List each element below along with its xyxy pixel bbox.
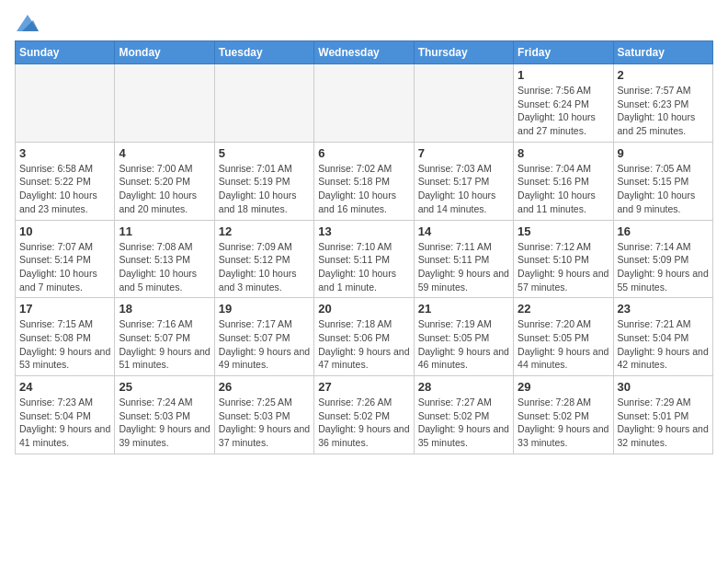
day-info: Sunrise: 7:27 AM Sunset: 5:02 PM Dayligh… xyxy=(418,396,509,450)
calendar-cell: 7Sunrise: 7:03 AM Sunset: 5:17 PM Daylig… xyxy=(414,142,513,220)
calendar-cell: 2Sunrise: 7:57 AM Sunset: 6:23 PM Daylig… xyxy=(613,64,712,143)
day-number: 29 xyxy=(518,380,609,394)
day-number: 24 xyxy=(19,380,110,394)
day-number: 2 xyxy=(618,68,709,82)
weekday-header: Thursday xyxy=(414,41,513,64)
day-number: 21 xyxy=(418,302,509,316)
logo xyxy=(15,15,39,31)
calendar-cell: 9Sunrise: 7:05 AM Sunset: 5:15 PM Daylig… xyxy=(613,142,712,220)
day-info: Sunrise: 7:17 AM Sunset: 5:07 PM Dayligh… xyxy=(219,317,310,372)
calendar-week-row: 3Sunrise: 6:58 AM Sunset: 5:22 PM Daylig… xyxy=(16,142,713,220)
day-info: Sunrise: 7:01 AM Sunset: 5:19 PM Dayligh… xyxy=(219,162,310,216)
calendar-cell xyxy=(414,64,513,143)
day-number: 15 xyxy=(518,224,609,238)
calendar-cell xyxy=(214,64,313,143)
day-number: 22 xyxy=(518,302,609,316)
calendar-cell xyxy=(16,64,115,143)
calendar-week-row: 17Sunrise: 7:15 AM Sunset: 5:08 PM Dayli… xyxy=(16,298,713,376)
day-number: 26 xyxy=(219,380,310,394)
calendar-week-row: 10Sunrise: 7:07 AM Sunset: 5:14 PM Dayli… xyxy=(16,220,713,298)
day-number: 23 xyxy=(618,302,709,316)
day-info: Sunrise: 7:11 AM Sunset: 5:11 PM Dayligh… xyxy=(418,240,509,294)
calendar-cell: 20Sunrise: 7:18 AM Sunset: 5:06 PM Dayli… xyxy=(314,298,414,376)
weekday-header: Sunday xyxy=(16,41,115,64)
day-info: Sunrise: 7:00 AM Sunset: 5:20 PM Dayligh… xyxy=(119,162,210,216)
day-info: Sunrise: 7:07 AM Sunset: 5:14 PM Dayligh… xyxy=(19,240,110,294)
day-info: Sunrise: 7:05 AM Sunset: 5:15 PM Dayligh… xyxy=(618,162,709,216)
day-info: Sunrise: 7:08 AM Sunset: 5:13 PM Dayligh… xyxy=(119,240,210,294)
weekday-header: Monday xyxy=(115,41,214,64)
day-info: Sunrise: 7:04 AM Sunset: 5:16 PM Dayligh… xyxy=(518,162,609,216)
day-number: 19 xyxy=(219,302,310,316)
day-info: Sunrise: 7:16 AM Sunset: 5:07 PM Dayligh… xyxy=(119,317,210,372)
day-info: Sunrise: 7:03 AM Sunset: 5:17 PM Dayligh… xyxy=(418,162,509,216)
calendar-cell: 8Sunrise: 7:04 AM Sunset: 5:16 PM Daylig… xyxy=(514,142,613,220)
calendar-cell: 26Sunrise: 7:25 AM Sunset: 5:03 PM Dayli… xyxy=(214,376,313,454)
calendar-cell: 6Sunrise: 7:02 AM Sunset: 5:18 PM Daylig… xyxy=(314,142,414,220)
weekday-header: Saturday xyxy=(613,41,712,64)
calendar-cell: 13Sunrise: 7:10 AM Sunset: 5:11 PM Dayli… xyxy=(314,220,414,298)
day-number: 17 xyxy=(19,302,110,316)
calendar-cell: 10Sunrise: 7:07 AM Sunset: 5:14 PM Dayli… xyxy=(16,220,115,298)
day-number: 27 xyxy=(318,380,409,394)
day-info: Sunrise: 7:09 AM Sunset: 5:12 PM Dayligh… xyxy=(219,240,310,294)
day-info: Sunrise: 7:18 AM Sunset: 5:06 PM Dayligh… xyxy=(318,317,409,372)
calendar-cell: 29Sunrise: 7:28 AM Sunset: 5:02 PM Dayli… xyxy=(514,376,613,454)
day-number: 7 xyxy=(418,146,509,160)
day-number: 25 xyxy=(119,380,210,394)
calendar-cell xyxy=(314,64,414,143)
day-number: 10 xyxy=(19,224,110,238)
calendar-cell: 30Sunrise: 7:29 AM Sunset: 5:01 PM Dayli… xyxy=(613,376,712,454)
calendar-cell xyxy=(115,64,214,143)
day-number: 5 xyxy=(219,146,310,160)
calendar-cell: 19Sunrise: 7:17 AM Sunset: 5:07 PM Dayli… xyxy=(214,298,313,376)
day-number: 14 xyxy=(418,224,509,238)
day-info: Sunrise: 7:10 AM Sunset: 5:11 PM Dayligh… xyxy=(318,240,409,294)
weekday-header: Tuesday xyxy=(214,41,313,64)
day-number: 16 xyxy=(618,224,709,238)
calendar-cell: 23Sunrise: 7:21 AM Sunset: 5:04 PM Dayli… xyxy=(613,298,712,376)
calendar-cell: 11Sunrise: 7:08 AM Sunset: 5:13 PM Dayli… xyxy=(115,220,214,298)
logo-icon xyxy=(17,15,39,31)
weekday-header: Friday xyxy=(514,41,613,64)
day-info: Sunrise: 7:15 AM Sunset: 5:08 PM Dayligh… xyxy=(19,317,110,372)
calendar-cell: 17Sunrise: 7:15 AM Sunset: 5:08 PM Dayli… xyxy=(16,298,115,376)
day-info: Sunrise: 7:24 AM Sunset: 5:03 PM Dayligh… xyxy=(119,396,210,450)
calendar-cell: 24Sunrise: 7:23 AM Sunset: 5:04 PM Dayli… xyxy=(16,376,115,454)
day-number: 4 xyxy=(119,146,210,160)
calendar-cell: 5Sunrise: 7:01 AM Sunset: 5:19 PM Daylig… xyxy=(214,142,313,220)
day-number: 20 xyxy=(318,302,409,316)
calendar-cell: 1Sunrise: 7:56 AM Sunset: 6:24 PM Daylig… xyxy=(514,64,613,143)
weekday-header: Wednesday xyxy=(314,41,414,64)
day-info: Sunrise: 7:29 AM Sunset: 5:01 PM Dayligh… xyxy=(618,396,709,450)
day-number: 11 xyxy=(119,224,210,238)
day-info: Sunrise: 6:58 AM Sunset: 5:22 PM Dayligh… xyxy=(19,162,110,216)
calendar-cell: 21Sunrise: 7:19 AM Sunset: 5:05 PM Dayli… xyxy=(414,298,513,376)
day-number: 30 xyxy=(618,380,709,394)
day-number: 8 xyxy=(518,146,609,160)
day-info: Sunrise: 7:14 AM Sunset: 5:09 PM Dayligh… xyxy=(618,240,709,294)
calendar-cell: 3Sunrise: 6:58 AM Sunset: 5:22 PM Daylig… xyxy=(16,142,115,220)
calendar-cell: 25Sunrise: 7:24 AM Sunset: 5:03 PM Dayli… xyxy=(115,376,214,454)
day-number: 9 xyxy=(618,146,709,160)
day-info: Sunrise: 7:28 AM Sunset: 5:02 PM Dayligh… xyxy=(518,396,609,450)
calendar-cell: 28Sunrise: 7:27 AM Sunset: 5:02 PM Dayli… xyxy=(414,376,513,454)
day-number: 13 xyxy=(318,224,409,238)
day-info: Sunrise: 7:57 AM Sunset: 6:23 PM Dayligh… xyxy=(618,84,709,138)
day-info: Sunrise: 7:20 AM Sunset: 5:05 PM Dayligh… xyxy=(518,317,609,372)
day-number: 3 xyxy=(19,146,110,160)
day-info: Sunrise: 7:21 AM Sunset: 5:04 PM Dayligh… xyxy=(618,317,709,372)
calendar-week-row: 24Sunrise: 7:23 AM Sunset: 5:04 PM Dayli… xyxy=(16,376,713,454)
day-number: 28 xyxy=(418,380,509,394)
calendar-cell: 4Sunrise: 7:00 AM Sunset: 5:20 PM Daylig… xyxy=(115,142,214,220)
calendar-cell: 27Sunrise: 7:26 AM Sunset: 5:02 PM Dayli… xyxy=(314,376,414,454)
calendar-week-row: 1Sunrise: 7:56 AM Sunset: 6:24 PM Daylig… xyxy=(16,64,713,143)
day-info: Sunrise: 7:23 AM Sunset: 5:04 PM Dayligh… xyxy=(19,396,110,450)
day-number: 6 xyxy=(318,146,409,160)
calendar-cell: 16Sunrise: 7:14 AM Sunset: 5:09 PM Dayli… xyxy=(613,220,712,298)
day-info: Sunrise: 7:12 AM Sunset: 5:10 PM Dayligh… xyxy=(518,240,609,294)
day-info: Sunrise: 7:02 AM Sunset: 5:18 PM Dayligh… xyxy=(318,162,409,216)
day-info: Sunrise: 7:56 AM Sunset: 6:24 PM Dayligh… xyxy=(518,84,609,138)
calendar-cell: 15Sunrise: 7:12 AM Sunset: 5:10 PM Dayli… xyxy=(514,220,613,298)
header xyxy=(15,15,713,31)
